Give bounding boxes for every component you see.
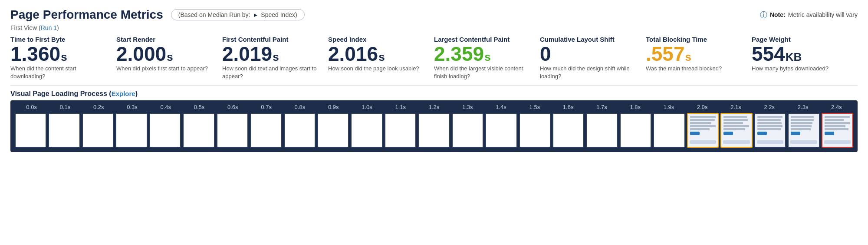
- metric-label-7: Page Weight: [752, 36, 852, 43]
- metric-item-3: Speed Index2.016sHow soon did the page l…: [328, 36, 434, 73]
- frame-12: [418, 113, 450, 148]
- frame-17: [586, 113, 618, 148]
- metric-unit-7: KB: [786, 51, 802, 63]
- vpl-title: Visual Page Loading Process (Explore): [10, 90, 858, 98]
- metric-label-3: Speed Index: [328, 36, 429, 43]
- timeline-label-14: 1.4s: [484, 104, 518, 110]
- median-badge-text: (Based on Median Run by:: [178, 11, 250, 18]
- first-view-row: First View (Run 1): [10, 24, 858, 31]
- metric-desc-1: When did pixels first start to appear?: [116, 65, 217, 73]
- vpl-title-text: Visual Page Loading Process: [10, 90, 107, 97]
- note-area: ⓘ Note: Metric availability will vary: [760, 10, 858, 20]
- metric-unit-3: s: [378, 51, 385, 63]
- filmstrip-container: 0.0s0.1s0.2s0.3s0.4s0.5s0.6s0.7s0.8s0.9s…: [10, 100, 858, 152]
- metric-label-0: Time to First Byte: [10, 36, 111, 43]
- frame-15: [519, 113, 551, 148]
- page-title: Page Performance Metrics: [10, 8, 163, 22]
- timeline-label-3: 0.3s: [115, 104, 149, 110]
- metric-number-3: 2.016: [328, 44, 378, 64]
- timeline-label-24: 2.4s: [820, 104, 853, 110]
- frame-8: [284, 113, 316, 148]
- frame-10: [351, 113, 382, 148]
- timeline-label-1: 0.1s: [48, 104, 82, 110]
- metric-value-3: 2.016s: [328, 44, 429, 64]
- first-view-label-end: ): [57, 24, 59, 31]
- metric-item-0: Time to First Byte1.360sWhen did the con…: [10, 36, 116, 80]
- metric-number-0: 1.360: [10, 44, 60, 64]
- timeline-label-18: 1.8s: [618, 104, 652, 110]
- metric-value-5: 0: [540, 44, 641, 64]
- frame-16: [552, 113, 584, 148]
- metric-label-1: Start Render: [116, 36, 217, 43]
- timeline-label-5: 0.5s: [182, 104, 216, 110]
- frame-24: [822, 113, 853, 148]
- timeline-label-2: 0.2s: [82, 104, 115, 110]
- timeline-label-6: 0.6s: [216, 104, 250, 110]
- metric-item-6: Total Blocking Time.557sWas the main thr…: [646, 36, 752, 73]
- vpl-section: Visual Page Loading Process (Explore) 0.…: [10, 90, 858, 152]
- metric-number-4: 2.359: [434, 44, 484, 64]
- metrics-row: Time to First Byte1.360sWhen did the con…: [10, 36, 858, 86]
- timeline-label-11: 1.1s: [384, 104, 417, 110]
- timeline-label-13: 1.3s: [451, 104, 484, 110]
- frame-3: [115, 113, 147, 148]
- info-icon: ⓘ: [760, 10, 767, 20]
- frame-21: [720, 113, 752, 148]
- frame-4: [149, 113, 181, 148]
- frame-2: [82, 113, 114, 148]
- vpl-explore-link[interactable]: Explore: [112, 90, 135, 97]
- frame-14: [485, 113, 517, 148]
- median-badge: (Based on Median Run by: ► Speed Index): [171, 9, 305, 20]
- timeline-label-16: 1.6s: [552, 104, 585, 110]
- metric-desc-6: Was the main thread blocked?: [646, 65, 746, 73]
- frame-9: [317, 113, 349, 148]
- frame-1: [48, 113, 80, 148]
- filmstrip-frames: [15, 113, 853, 148]
- metric-number-6: .557: [646, 44, 685, 64]
- metric-value-4: 2.359s: [434, 44, 535, 64]
- timeline-label-22: 2.2s: [753, 104, 786, 110]
- header-row: Page Performance Metrics (Based on Media…: [10, 8, 858, 22]
- metric-number-7: 554: [752, 44, 785, 64]
- metric-desc-7: How many bytes downloaded?: [752, 65, 852, 73]
- median-metric-text: Speed Index): [261, 11, 297, 18]
- metric-unit-4: s: [484, 51, 490, 63]
- frame-7: [250, 113, 282, 148]
- frame-22: [754, 113, 786, 148]
- play-icon: ►: [253, 12, 258, 18]
- metric-value-6: .557s: [646, 44, 746, 64]
- frame-20: [687, 113, 719, 148]
- filmstrip-timeline: 0.0s0.1s0.2s0.3s0.4s0.5s0.6s0.7s0.8s0.9s…: [15, 104, 853, 110]
- vpl-explore-paren-close: ): [135, 90, 138, 97]
- timeline-label-15: 1.5s: [518, 104, 551, 110]
- metric-unit-2: s: [273, 51, 279, 63]
- metric-item-7: Page Weight554KBHow many bytes downloade…: [752, 36, 858, 73]
- frame-18: [620, 113, 651, 148]
- timeline-label-4: 0.4s: [149, 104, 182, 110]
- metric-label-6: Total Blocking Time: [646, 36, 746, 43]
- metric-desc-5: How much did the design shift while load…: [540, 65, 641, 80]
- frame-11: [385, 113, 416, 148]
- metric-value-7: 554KB: [752, 44, 852, 64]
- note-text: Metric availability will vary: [788, 11, 858, 18]
- metric-value-0: 1.360s: [10, 44, 111, 64]
- metric-value-2: 2.019s: [222, 44, 323, 64]
- frame-0: [15, 113, 46, 148]
- note-bold: Note:: [770, 11, 786, 18]
- frame-23: [788, 113, 819, 148]
- metric-number-2: 2.019: [222, 44, 272, 64]
- metric-desc-2: How soon did text and images start to ap…: [222, 65, 323, 80]
- metric-number-5: 0: [540, 44, 551, 64]
- metric-label-4: Largest Contentful Paint: [434, 36, 535, 43]
- run-1-link[interactable]: Run 1: [41, 24, 57, 31]
- frame-13: [452, 113, 483, 148]
- metric-item-4: Largest Contentful Paint2.359sWhen did t…: [434, 36, 540, 80]
- timeline-label-9: 0.9s: [317, 104, 350, 110]
- timeline-label-17: 1.7s: [585, 104, 618, 110]
- frame-6: [217, 113, 248, 148]
- metric-number-1: 2.000: [116, 44, 166, 64]
- timeline-label-23: 2.3s: [786, 104, 819, 110]
- metric-item-1: Start Render2.000sWhen did pixels first …: [116, 36, 222, 73]
- header-left: Page Performance Metrics (Based on Media…: [10, 8, 305, 22]
- metric-item-2: First Contentful Paint2.019sHow soon did…: [222, 36, 328, 80]
